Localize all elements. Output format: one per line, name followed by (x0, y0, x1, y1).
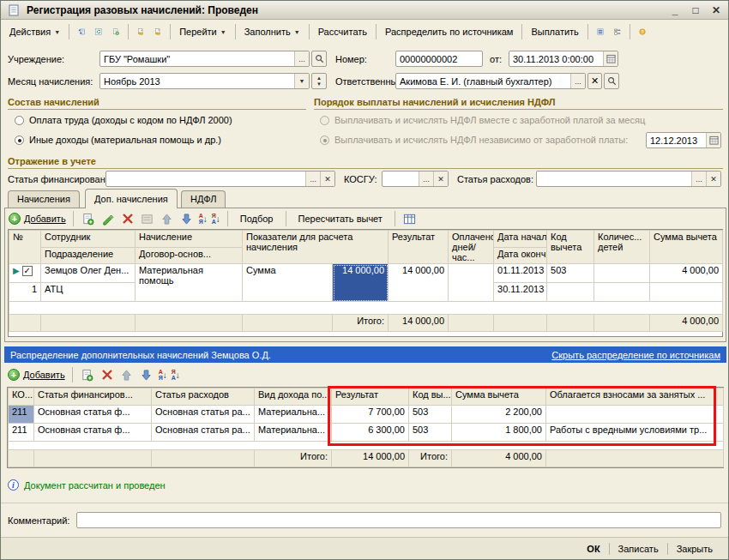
col-header-department[interactable]: Подразделение (41, 247, 136, 264)
table-row[interactable]: ▶ ✓ Земцов Олег Ден... Материальная помо… (9, 264, 723, 283)
move-down-distribution-button[interactable] (139, 367, 154, 382)
financing-cell[interactable]: Основная статья ф... (34, 424, 152, 442)
col-header-contract[interactable]: Договор-основ... (136, 247, 243, 264)
tab-accruals[interactable]: Начисления (8, 190, 80, 208)
empty-cell[interactable] (594, 283, 650, 302)
dist-col-kosgu[interactable]: КО... (9, 388, 34, 406)
dist-col-result[interactable]: Результат (332, 388, 409, 406)
empty-cell[interactable] (547, 283, 594, 302)
expense-ellipsis-button[interactable]: ... (691, 172, 706, 186)
responsible-ellipsis-button[interactable]: ... (570, 74, 585, 88)
financing-clear-button[interactable]: ✕ (320, 172, 334, 186)
post-document-button[interactable] (74, 24, 89, 39)
employee-cell[interactable]: Земцов Олег Ден... (41, 264, 136, 283)
kosgu-clear-button[interactable]: ✕ (433, 172, 448, 186)
delete-distribution-row-button[interactable] (99, 367, 115, 382)
edit-row-button[interactable] (100, 211, 116, 226)
kosgu-cell-selected[interactable]: 211 (9, 406, 34, 424)
row-checkbox[interactable]: ✓ (22, 266, 33, 276)
contributions-cell[interactable]: Работы с вредными условиями тр... (546, 424, 724, 442)
accrual-cell[interactable]: Материальная помощь (136, 264, 243, 302)
result-cell[interactable]: 14 000,00 (389, 264, 449, 302)
financing-item-field[interactable]: ... ✕ (105, 171, 335, 187)
result-cell[interactable]: 7 700,00 (332, 406, 409, 424)
goto-button[interactable]: Перейти▼ (175, 24, 231, 39)
children-cell[interactable] (594, 264, 650, 283)
responsible-clear-button[interactable]: ✕ (587, 73, 602, 89)
move-up-button[interactable] (160, 211, 175, 226)
col-header-date-end[interactable]: Дата оконч... (494, 247, 547, 264)
deduction-sum-cell[interactable]: 4 000,00 (650, 264, 723, 283)
dist-col-income-type[interactable]: Вид дохода по... (255, 388, 332, 406)
load-accruals-button[interactable] (133, 24, 148, 39)
col-header-paid[interactable]: Оплачено дней/час... (449, 231, 494, 264)
result-cell[interactable]: 6 300,00 (332, 424, 409, 442)
col-header-result[interactable]: Результат (389, 231, 449, 264)
col-header-accrual[interactable]: Начисление (136, 231, 243, 248)
institution-open-button[interactable] (311, 51, 327, 67)
kosgu-ellipsis-button[interactable]: ... (419, 172, 433, 186)
close-form-button[interactable]: Закрыть (668, 542, 721, 556)
paid-cell[interactable] (449, 264, 494, 302)
expense-cell[interactable]: Основная статья ра... (152, 424, 255, 442)
copy-document-button[interactable] (108, 24, 124, 39)
col-header-deduction-code[interactable]: Код вычета (547, 231, 594, 264)
help-button[interactable]: ? (635, 24, 650, 39)
department-cell[interactable]: АТЦ (41, 283, 136, 302)
settings-flags-button[interactable] (610, 24, 625, 39)
ok-button[interactable]: ОК (578, 542, 608, 556)
row-marker-cell[interactable]: ▶ ✓ (9, 264, 41, 283)
add-distribution-row-button[interactable]: + Добавить (8, 369, 65, 381)
financing-ellipsis-button[interactable]: ... (305, 172, 320, 186)
accrual-month-spinner[interactable]: ▲▼ (311, 73, 327, 89)
deduction-cell[interactable]: 2 200,00 (452, 406, 546, 424)
save-button[interactable]: Записать (610, 542, 667, 556)
delete-row-button[interactable] (120, 211, 136, 226)
responsible-field[interactable]: Акимова Е. И. (главный бухгалтер) ... (395, 73, 586, 89)
col-header-employee[interactable]: Сотрудник (41, 231, 136, 248)
move-up-distribution-button[interactable] (119, 367, 135, 382)
date-end-cell[interactable]: 30.11.2013 (494, 283, 547, 302)
col-header-indicators[interactable]: Показатели для расчета начисления (243, 231, 389, 264)
date-start-cell[interactable]: 01.11.2013 (494, 264, 547, 283)
col-header-date-start[interactable]: Дата начала (494, 231, 547, 248)
col-header-num[interactable]: № (9, 231, 41, 264)
fill-button[interactable]: Заполнить▼ (240, 24, 304, 39)
refresh-button[interactable] (91, 24, 106, 39)
payment-date-calendar-button[interactable] (706, 133, 720, 148)
deduction-code-cell[interactable]: 503 (547, 264, 594, 283)
dist-col-expense[interactable]: Статья расходов (152, 388, 255, 406)
row-number-cell[interactable]: 1 (9, 283, 41, 302)
copy-distribution-row-button[interactable] (80, 367, 95, 382)
accrual-month-dropdown-button[interactable]: ▼ (294, 74, 309, 88)
close-button[interactable]: ✕ (709, 3, 723, 17)
empty-cell[interactable] (650, 283, 723, 302)
kosgu-field[interactable]: ... ✕ (382, 171, 449, 187)
table-row[interactable]: 211 Основная статья ф... Основная статья… (9, 424, 724, 442)
income-type-cell[interactable]: Материальна... (255, 424, 332, 442)
column-settings-button[interactable] (402, 211, 418, 226)
sort-ascending-distribution-button[interactable]: АЯ↓ (159, 369, 167, 381)
radio-salary-income[interactable]: Оплата труда (доходы с кодом по НДФЛ 200… (15, 115, 232, 125)
document-date-calendar-button[interactable] (603, 51, 618, 66)
copy-row-button[interactable] (81, 211, 96, 226)
minimize-button[interactable]: _ (668, 3, 682, 17)
payment-date-field[interactable]: 12.12.2013 (646, 132, 721, 148)
distribute-button[interactable]: Распределить по источникам (381, 24, 517, 39)
contributions-cell[interactable] (546, 406, 724, 424)
recalc-deduction-button[interactable]: Пересчитать вычет (293, 212, 388, 226)
kosgu-cell[interactable]: 211 (9, 424, 34, 442)
number-field[interactable]: 00000000002 (395, 51, 483, 67)
comment-input[interactable] (76, 512, 721, 528)
indicator-value-cell-selected[interactable]: 14 000,00 (333, 264, 389, 302)
tab-ndfl[interactable]: НДФЛ (181, 190, 226, 208)
radio-other-income[interactable]: Иные доходы (материальная помощь и др.) (15, 135, 221, 145)
col-header-children[interactable]: Количес... детей (594, 231, 650, 264)
code-cell[interactable]: 503 (409, 406, 452, 424)
calculate-button[interactable]: Рассчитать (314, 24, 371, 39)
unload-accruals-button[interactable] (150, 24, 166, 39)
expense-item-field[interactable]: ... ✕ (536, 171, 721, 187)
pick-button[interactable]: Подбор (235, 212, 279, 226)
col-header-deduction-sum[interactable]: Сумма вычета (650, 231, 723, 264)
pay-button[interactable]: Выплатить (527, 24, 582, 39)
